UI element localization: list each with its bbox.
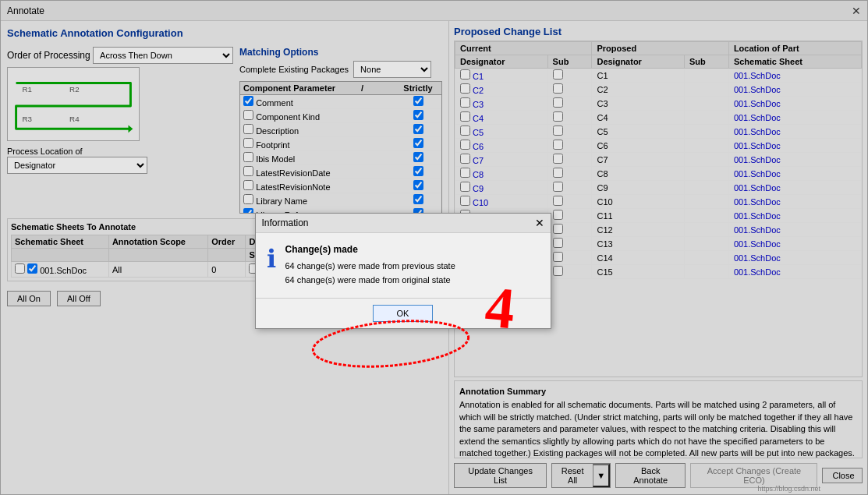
dialog-close-icon[interactable]: ✕: [535, 217, 544, 229]
dialog-line2: 64 change(s) were made from original sta…: [285, 274, 540, 288]
main-window: Annotate ✕ Schematic Annotation Configur…: [0, 0, 868, 495]
dialog-heading: Change(s) made: [285, 244, 540, 255]
dialog-body: ℹ Change(s) made 64 change(s) were made …: [256, 233, 551, 298]
dialog-overlay: Information ✕ ℹ Change(s) made 64 change…: [1, 1, 867, 494]
dialog-line1: 64 change(s) were made from previous sta…: [285, 260, 540, 274]
dialog-ok-button[interactable]: OK: [373, 305, 434, 322]
info-dialog: Information ✕ ℹ Change(s) made 64 change…: [255, 213, 551, 329]
dialog-footer: OK: [256, 298, 551, 328]
dialog-title: Information: [262, 217, 309, 228]
info-icon: ℹ: [267, 244, 276, 274]
dialog-content: Change(s) made 64 change(s) were made fr…: [285, 244, 540, 287]
dialog-titlebar: Information ✕: [256, 214, 551, 233]
